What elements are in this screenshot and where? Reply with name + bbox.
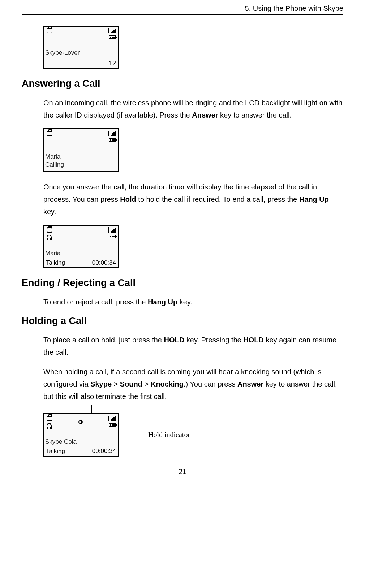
phone-icon <box>47 416 52 421</box>
lcd-screen-incoming: Maria Calling <box>43 128 119 172</box>
section-heading-ending: Ending / Rejecting a Call <box>22 277 343 289</box>
page-number: 21 <box>22 468 343 476</box>
lcd-caller-name: Skype Cola <box>45 438 77 446</box>
lcd-count: 12 <box>109 60 116 67</box>
body-paragraph: When holding a call, if a second call is… <box>43 366 343 402</box>
annotation-leader-line <box>119 435 146 435</box>
hold-indicator-icon <box>78 420 83 424</box>
signal-icon <box>109 28 116 35</box>
annotated-lcd-figure: Skype Cola Talking 00:00:34 Hold indicat… <box>43 413 343 457</box>
section-heading-answering: Answering a Call <box>22 78 343 89</box>
lcd-screen-idle: Skype-Lover 12 <box>43 26 119 69</box>
lcd-screen-talking: Maria Talking 00:00:34 <box>43 225 119 268</box>
lcd-call-timer: 00:00:34 <box>92 448 116 455</box>
headset-icon <box>47 235 52 239</box>
lcd-caller-name: Maria <box>45 153 61 161</box>
phone-icon <box>47 28 52 33</box>
body-paragraph: On an incoming call, the wireless phone … <box>43 97 343 121</box>
battery-icon <box>109 35 116 39</box>
signal-icon <box>109 227 116 234</box>
lcd-contact-name: Skype-Lover <box>45 49 80 56</box>
phone-icon <box>47 227 52 233</box>
phone-icon <box>47 131 52 136</box>
body-paragraph: To end or reject a call, press the Hang … <box>43 296 343 308</box>
section-heading-holding: Holding a Call <box>22 315 343 327</box>
lcd-call-status: Calling <box>45 161 64 169</box>
headset-icon <box>47 423 52 427</box>
lcd-call-timer: 00:00:34 <box>92 259 116 267</box>
annotation-label: Hold indicator <box>148 431 190 439</box>
signal-icon <box>109 416 116 422</box>
body-paragraph: Once you answer the call, the duration t… <box>43 181 343 218</box>
lcd-screen-hold: Skype Cola Talking 00:00:34 <box>43 413 119 457</box>
lcd-caller-name: Maria <box>45 250 61 257</box>
lcd-call-status: Talking <box>46 448 65 455</box>
battery-icon <box>109 235 116 238</box>
battery-icon <box>109 138 116 142</box>
page-header: 5. Using the Phone with Skype <box>22 4 343 15</box>
lcd-call-status: Talking <box>46 259 65 267</box>
signal-icon <box>109 131 116 137</box>
battery-icon <box>109 423 116 427</box>
body-paragraph: To place a call on hold, just press the … <box>43 334 343 358</box>
